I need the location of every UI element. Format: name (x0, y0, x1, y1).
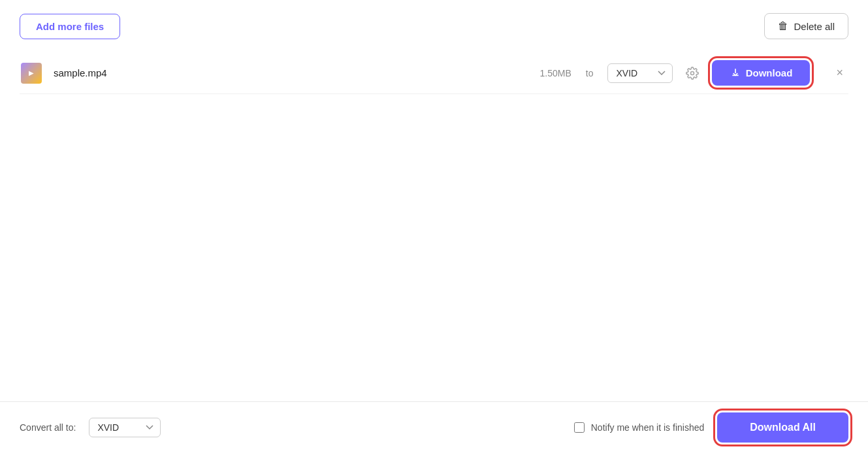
trash-icon: 🗑 (778, 20, 788, 32)
file-row: sample.mp4 1.50MB to XVID MP4 AVI MKV MO… (20, 52, 848, 94)
content-spacer (20, 94, 848, 388)
add-files-button[interactable]: Add more files (20, 14, 120, 39)
download-button[interactable]: Download (712, 60, 810, 86)
settings-button[interactable] (683, 64, 701, 82)
to-label: to (586, 68, 594, 78)
notify-label: Notify me when it is finished (591, 422, 705, 433)
svg-point-0 (691, 71, 694, 75)
notify-section: Notify me when it is finished (574, 422, 705, 433)
file-icon (20, 61, 43, 85)
notify-checkbox[interactable] (574, 422, 585, 433)
bottom-bar: Convert all to: XVID MP4 AVI MKV MOV WMV… (0, 401, 868, 453)
gear-icon (686, 67, 699, 80)
file-size: 1.50MB (526, 68, 571, 78)
file-name: sample.mp4 (54, 67, 515, 78)
download-all-button[interactable]: Download All (717, 412, 848, 443)
convert-all-select[interactable]: XVID MP4 AVI MKV MOV WMV (89, 418, 161, 437)
delete-all-button[interactable]: 🗑 Delete all (764, 13, 848, 39)
convert-all-label: Convert all to: (20, 422, 76, 433)
file-type-icon (21, 63, 42, 84)
download-button-label: Download (746, 67, 793, 78)
delete-all-label: Delete all (794, 21, 835, 32)
format-select[interactable]: XVID MP4 AVI MKV MOV WMV (607, 63, 673, 83)
top-bar: Add more files 🗑 Delete all (20, 13, 848, 39)
close-button[interactable]: × (831, 63, 848, 82)
main-container: Add more files 🗑 Delete all sample.mp4 1… (0, 0, 868, 401)
download-arrow-icon (730, 67, 741, 79)
